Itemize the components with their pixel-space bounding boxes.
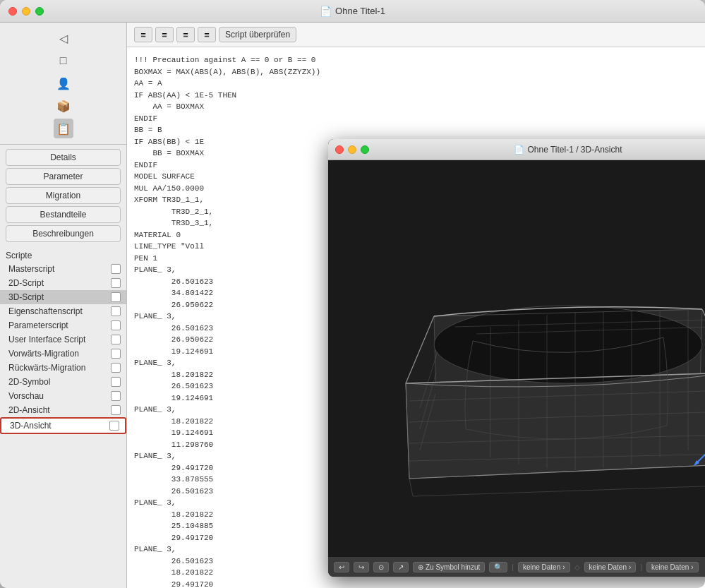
checkbox-user-interface-script[interactable] xyxy=(111,335,121,344)
checkbox-2d-ansicht[interactable] xyxy=(111,405,121,415)
sidebar-item-3d-ansicht[interactable]: 3D-Ansicht xyxy=(0,417,126,434)
sidebar-item-2d-symbol[interactable]: 2D-Symbol xyxy=(0,375,126,389)
nav-parameter[interactable]: Parameter xyxy=(6,168,121,185)
view3d-title: 📄 Ohne Titel-1 / 3D-Ansicht xyxy=(514,145,622,155)
sidebar-icons: ◁ □ 👤 📦 📋 xyxy=(0,23,126,145)
minimize-button[interactable] xyxy=(22,7,30,16)
nav-back-btn[interactable]: ↩ xyxy=(334,562,349,572)
checkbox-eigenschaftenscript[interactable] xyxy=(111,306,121,316)
checkbox-masterscript[interactable] xyxy=(111,264,121,274)
sidebar-item-vorschau[interactable]: Vorschau xyxy=(0,389,126,403)
view3d-minimize-button[interactable] xyxy=(348,145,356,154)
nav-migration[interactable]: Migration xyxy=(6,187,121,204)
chevron-2: › xyxy=(629,563,631,571)
sidebar-icon-person[interactable]: 👤 xyxy=(54,73,73,93)
checkbox-2d-symbol[interactable] xyxy=(111,377,121,387)
separator-2: | xyxy=(640,563,642,571)
svg-marker-4 xyxy=(406,373,705,479)
sidebar-icon-box[interactable]: 📦 xyxy=(54,96,73,116)
bathtub-container xyxy=(328,160,705,557)
sidebar-item-parameterscript[interactable]: Parameterscript xyxy=(0,318,126,332)
view3d-controls xyxy=(335,145,369,154)
main-layout: ◁ □ 👤 📦 📋 Details Parameter Migration Be… xyxy=(0,23,705,588)
toolbar: ≡ ≡ ≡ ≡ Script überprüfen xyxy=(127,23,705,47)
sidebar-item-vorwaerts-migration[interactable]: Vorwärts-Migration xyxy=(0,347,126,361)
view3d-icon: 📄 xyxy=(514,145,524,155)
sidebar-item-2d-script[interactable]: 2D-Script xyxy=(0,276,126,290)
add-symbol-btn[interactable]: ⊕ Zu Symbol hinzut xyxy=(413,562,485,572)
toolbar-icon-1[interactable]: ≡ xyxy=(134,27,152,42)
separator-1: | xyxy=(512,563,514,571)
checkbox-3d-ansicht[interactable] xyxy=(109,421,119,431)
data-panel-1[interactable]: keine Daten › xyxy=(518,562,570,572)
maximize-button[interactable] xyxy=(35,7,44,16)
window-icon: 📄 xyxy=(320,6,332,17)
chevron-3: › xyxy=(691,563,693,571)
checkbox-vorwaerts-migration[interactable] xyxy=(111,349,121,359)
view3d-close-button[interactable] xyxy=(335,145,344,154)
sidebar-nav-buttons: Details Parameter Migration Bestandteile… xyxy=(0,145,126,246)
sidebar-icon-back[interactable]: ◁ xyxy=(54,28,73,48)
view3d-titlebar: 📄 Ohne Titel-1 / 3D-Ansicht xyxy=(328,139,705,160)
close-button[interactable] xyxy=(8,7,17,16)
nav-bestandteile[interactable]: Bestandteile xyxy=(6,206,121,223)
checkbox-rueckwaerts-migration[interactable] xyxy=(111,363,121,373)
data-panel-3[interactable]: keine Daten › xyxy=(646,562,699,572)
toolbar-icon-3[interactable]: ≡ xyxy=(176,27,195,42)
scripts-section-label: Scripte xyxy=(0,246,126,262)
sidebar-item-rueckwaerts-migration[interactable]: Rückwärts-Migration xyxy=(0,361,126,375)
sidebar-item-eigenschaftenscript[interactable]: Eigenschaftenscript xyxy=(0,304,126,318)
sidebar: ◁ □ 👤 📦 📋 Details Parameter Migration Be… xyxy=(0,23,127,588)
checkbox-parameterscript[interactable] xyxy=(111,320,121,330)
view3d-content xyxy=(328,160,705,557)
toolbar-icon-2[interactable]: ≡ xyxy=(155,27,174,42)
checkbox-2d-script[interactable] xyxy=(111,278,121,288)
nav-forward-btn[interactable]: ↪ xyxy=(354,562,369,572)
add-symbol-icon: ⊕ xyxy=(418,563,423,571)
check-script-button[interactable]: Script überprüfen xyxy=(219,27,296,42)
svg-point-6 xyxy=(434,306,702,383)
view3d-statusbar: ↩ ↪ ⊙ ↗ ⊕ Zu Symbol hinzut 🔍 | keine Dat… xyxy=(328,557,705,577)
nav-beschreibungen[interactable]: Beschreibungen xyxy=(6,225,121,242)
window-title: 📄 Ohne Titel-1 xyxy=(320,6,385,17)
chevron-1: › xyxy=(562,563,565,571)
nav-details[interactable]: Details xyxy=(6,149,121,166)
sidebar-item-3d-script[interactable]: 3D-Script xyxy=(0,290,126,304)
fly-btn[interactable]: ↗ xyxy=(393,562,409,572)
checkbox-3d-script[interactable] xyxy=(111,292,121,302)
sidebar-item-masterscript[interactable]: Masterscript xyxy=(0,262,126,276)
checkbox-vorschau[interactable] xyxy=(111,391,121,401)
sidebar-item-user-interface-script[interactable]: User Interface Script xyxy=(0,332,126,347)
sidebar-icon-view[interactable]: □ xyxy=(54,51,73,71)
separator-diamond: ◇ xyxy=(574,563,580,571)
bathtub-3d-view xyxy=(363,210,705,507)
sidebar-item-2d-ansicht[interactable]: 2D-Ansicht xyxy=(0,403,126,417)
data-panel-2[interactable]: keine Daten › xyxy=(584,562,637,572)
zoom-fit-btn[interactable]: ⊙ xyxy=(373,562,389,572)
title-bar: 📄 Ohne Titel-1 xyxy=(0,0,705,23)
window-controls xyxy=(8,7,44,16)
content-wrapper: ≡ ≡ ≡ ≡ Script überprüfen !!! Precaution… xyxy=(127,23,705,588)
sidebar-icon-script[interactable]: 📋 xyxy=(54,119,73,138)
zoom-options-btn[interactable]: 🔍 xyxy=(489,562,507,572)
toolbar-icon-4[interactable]: ≡ xyxy=(198,27,216,42)
view3d-maximize-button[interactable] xyxy=(361,145,369,154)
main-window: 📄 Ohne Titel-1 ◁ □ 👤 📦 📋 Details Paramet… xyxy=(0,0,705,588)
view3d-window: 📄 Ohne Titel-1 / 3D-Ansicht xyxy=(328,139,705,577)
